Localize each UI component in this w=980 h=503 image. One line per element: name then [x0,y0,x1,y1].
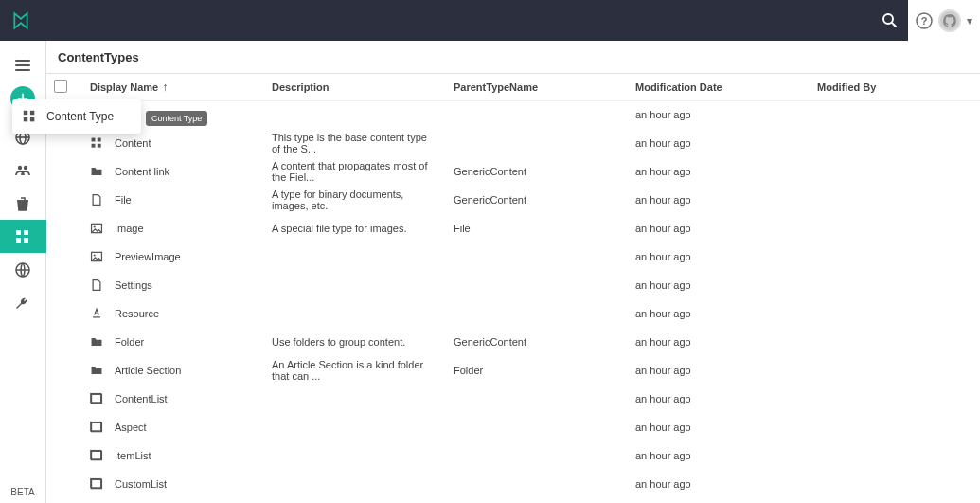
col-mod-by[interactable]: Modified By [810,74,980,100]
row-name: Content link [115,166,169,177]
row-name: Content [115,137,151,149]
row-desc: A special file type for images. [264,214,446,243]
row-parent: GenericContent [446,186,628,214]
row-desc [264,413,446,441]
row-parent: File [446,214,628,243]
col-parent[interactable]: ParentTypeName [446,74,628,100]
row-parent [446,271,628,299]
row-mod: an hour ago [628,157,810,186]
sidebar-content-types[interactable] [0,220,46,253]
row-mod: an hour ago [628,441,810,470]
table-row[interactable]: Aspectan hour ago [46,413,980,441]
topbar: ▾ [0,0,980,41]
row-parent [446,100,628,129]
help-icon[interactable] [916,12,933,29]
row-name: Aspect [115,422,147,433]
row-by [810,470,980,498]
folder-icon [90,364,103,377]
search-icon[interactable] [880,0,908,41]
row-name: ItemList [115,450,151,461]
row-parent: Folder [446,356,628,385]
image-icon [90,222,103,235]
sidebar-settings[interactable] [0,286,46,319]
sidebar-trash[interactable] [0,187,46,220]
row-name: CustomList [115,478,167,490]
widgets-icon [90,136,103,150]
file-icon [90,193,103,207]
row-by [810,271,980,299]
col-mod-date[interactable]: Modification Date [628,74,810,100]
row-parent: GenericContent [446,157,628,186]
row-by [810,413,980,441]
row-mod: an hour ago [628,271,810,299]
select-all-checkbox[interactable] [54,80,67,93]
row-by [810,186,980,214]
table-row[interactable]: ImageA special file type for images.File… [46,214,980,243]
tooltip: Content Type [146,111,207,126]
list-icon [90,392,103,405]
table-row[interactable]: Article SectionAn Article Section is a k… [46,356,980,385]
row-desc [264,299,446,328]
sidebar-people[interactable] [0,153,46,187]
row-by [810,100,980,129]
row-desc [264,271,446,299]
row-desc: A type for binary documents, images, etc… [264,186,446,214]
table-row[interactable]: Resourcean hour ago [46,299,980,328]
row-desc [264,100,446,129]
add-popover[interactable]: Content Type [12,99,141,134]
row-mod: an hour ago [628,243,810,271]
menu-button[interactable] [0,50,46,81]
widgets-icon [22,109,37,124]
list-icon [90,477,103,491]
user-avatar[interactable] [938,9,961,32]
sort-asc-icon: ↑ [162,81,168,94]
table-row[interactable]: Settingsan hour ago [46,271,980,299]
row-by [810,441,980,470]
sidebar-language[interactable] [0,253,46,286]
row-desc: This type is the base content type of th… [264,129,446,157]
row-by [810,328,980,356]
row-by [810,129,980,157]
row-name: Resource [115,308,159,319]
row-desc [264,385,446,413]
row-by [810,243,980,271]
row-mod: an hour ago [628,328,810,356]
row-name: ContentList [115,393,168,404]
row-mod: an hour ago [628,186,810,214]
row-parent [446,441,628,470]
row-name: PreviewImage [115,251,181,262]
file-icon [90,278,103,292]
row-parent [446,299,628,328]
row-by [810,356,980,385]
table-row[interactable]: ItemListan hour ago [46,441,980,470]
row-mod: an hour ago [628,299,810,328]
col-description[interactable]: Description [264,74,446,100]
app-logo[interactable] [0,0,41,41]
row-desc [264,441,446,470]
row-parent [446,385,628,413]
col-display-name[interactable]: Display Name↑ [82,74,264,100]
table-row[interactable]: ContentThis type is the base content typ… [46,129,980,157]
table-row[interactable]: FolderUse folders to group content.Gener… [46,328,980,356]
list-icon [90,421,103,434]
row-by [810,157,980,186]
row-mod: an hour ago [628,214,810,243]
row-desc: A content that propagates most of the Fi… [264,157,446,186]
row-desc: An Article Section is a kind folder that… [264,356,446,385]
row-desc [264,470,446,498]
list-icon [90,449,103,462]
row-parent: GenericContent [446,328,628,356]
table-row[interactable]: ContentListan hour ago [46,385,980,413]
row-name: Image [115,223,144,234]
table-row[interactable]: FileA type for binary documents, images,… [46,186,980,214]
table-row[interactable]: Content linkA content that propagates mo… [46,157,980,186]
image-icon [90,250,103,263]
row-mod: an hour ago [628,385,810,413]
table-row[interactable]: CustomListan hour ago [46,470,980,498]
row-mod: an hour ago [628,100,810,129]
row-parent [446,413,628,441]
folder-icon [90,335,103,349]
row-mod: an hour ago [628,356,810,385]
chevron-down-icon[interactable]: ▾ [967,14,972,27]
table-row[interactable]: PreviewImagean hour ago [46,243,980,271]
